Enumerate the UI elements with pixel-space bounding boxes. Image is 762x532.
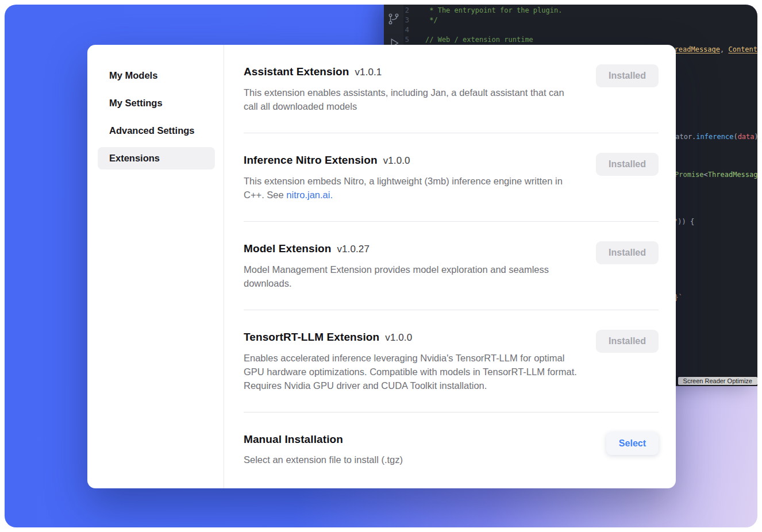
select-file-button[interactable]: Select (606, 432, 659, 455)
source-control-icon[interactable] (387, 13, 400, 25)
extension-title: Model Extensionv1.0.27 (244, 241, 580, 257)
extension-version: v1.0.0 (383, 155, 410, 166)
extension-row-assistant: Assistant Extensionv1.0.1 This extension… (244, 64, 659, 133)
extension-version: v1.0.27 (337, 244, 369, 255)
sidebar-item-advanced-settings[interactable]: Advanced Settings (98, 119, 215, 142)
extension-description: This extension embeds Nitro, a lightweig… (244, 174, 580, 202)
extension-info: TensortRT-LLM Extensionv1.0.0 Enables ac… (244, 330, 580, 392)
extension-description: Enables accelerated inference leveraging… (244, 351, 580, 392)
manual-installation-title: Manual Installation (244, 432, 403, 447)
sidebar-item-my-settings[interactable]: My Settings (98, 92, 215, 114)
sidebar-item-extensions[interactable]: Extensions (98, 147, 215, 169)
extensions-panel: Assistant Extensionv1.0.1 This extension… (224, 45, 676, 488)
extension-title: TensortRT-LLM Extensionv1.0.0 (244, 330, 580, 345)
extension-row-inference-nitro: Inference Nitro Extensionv1.0.0 This ext… (244, 133, 659, 221)
manual-installation-description: Select an extension file to install (.tg… (244, 453, 403, 467)
extension-name: Assistant Extension (244, 65, 349, 78)
code-fragment: Promise<ThreadMessage> (675, 170, 757, 180)
extension-info: Manual Installation Select an extension … (244, 432, 403, 467)
extension-version: v1.0.0 (385, 332, 412, 343)
sidebar-item-my-models[interactable]: My Models (98, 64, 215, 87)
extension-name: Inference Nitro Extension (244, 154, 378, 166)
extension-info: Model Extensionv1.0.27 Model Management … (244, 241, 580, 290)
extension-description: Model Management Extension provides mode… (244, 263, 580, 290)
code-fragment: rator.inference(data)); (671, 132, 757, 142)
extension-version: v1.0.1 (355, 67, 382, 78)
nitro-jan-ai-link[interactable]: nitro.jan.ai. (286, 190, 333, 200)
desktop-background: 2 * The entrypoint for the plugin.3 */45… (5, 5, 757, 527)
installed-button[interactable]: Installed (596, 64, 659, 87)
extension-info: Assistant Extensionv1.0.1 This extension… (244, 64, 580, 113)
extension-row-tensorrt-llm: TensortRT-LLM Extensionv1.0.0 Enables ac… (244, 310, 659, 412)
extension-row-model: Model Extensionv1.0.27 Model Management … (244, 222, 659, 310)
settings-modal: My Models My Settings Advanced Settings … (87, 45, 676, 488)
extension-description: This extension enables assistants, inclu… (244, 86, 580, 113)
extension-title: Assistant Extensionv1.0.1 (244, 64, 580, 80)
manual-installation-row: Manual Installation Select an extension … (244, 413, 659, 486)
screen-reader-status-badge[interactable]: Screen Reader Optimize (678, 377, 757, 385)
extension-name: Model Extension (244, 242, 331, 255)
installed-button[interactable]: Installed (596, 330, 659, 353)
extension-name: Manual Installation (244, 433, 343, 445)
installed-button[interactable]: Installed (596, 241, 659, 264)
extension-title: Inference Nitro Extensionv1.0.0 (244, 153, 580, 168)
extension-name: TensortRT-LLM Extension (244, 331, 379, 343)
code-fragment: ")) { (674, 217, 694, 227)
settings-sidebar: My Models My Settings Advanced Settings … (87, 45, 224, 488)
extension-info: Inference Nitro Extensionv1.0.0 This ext… (244, 153, 580, 202)
installed-button[interactable]: Installed (596, 153, 659, 176)
